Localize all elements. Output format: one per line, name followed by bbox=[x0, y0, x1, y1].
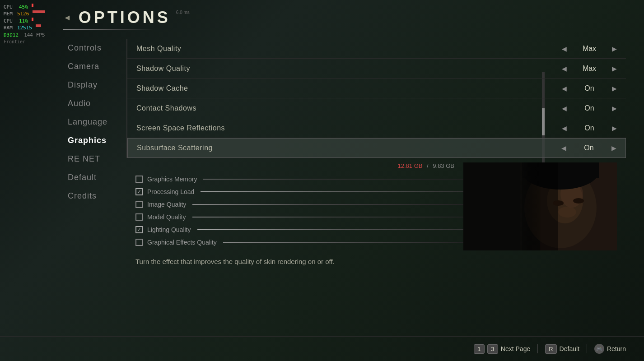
bottom-nav: 1 3 Next Page R Default 🎮 Return bbox=[0, 336, 644, 361]
sidebar-item-graphics[interactable]: Graphics bbox=[68, 131, 126, 150]
checkbox-row-processing-load[interactable]: Processing Load bbox=[135, 185, 463, 198]
setting-right-arrow-screen-space-reflections[interactable]: ▶ bbox=[612, 125, 617, 132]
settings-list: Mesh Quality ◀ Max ▶ Shadow Quality ◀ Ma… bbox=[126, 39, 626, 158]
return-btn[interactable]: 🎮 Return bbox=[594, 344, 626, 354]
checkbox-graphical-effects-quality[interactable] bbox=[135, 239, 143, 246]
character-face bbox=[463, 162, 617, 250]
page-title: OPTIONS bbox=[79, 8, 171, 27]
setting-row-shadow-cache[interactable]: Shadow Cache ◀ On ▶ bbox=[127, 79, 626, 98]
setting-value-subsurface-scattering: On bbox=[575, 144, 602, 152]
checkbox-bar-image-quality bbox=[192, 204, 463, 205]
hud-gpu-val: 45% bbox=[19, 4, 28, 10]
setting-name-screen-space-reflections: Screen Space Reflections bbox=[136, 124, 562, 132]
memory-used: 12.81 GB bbox=[398, 162, 423, 169]
checkbox-bar-processing-load bbox=[201, 191, 463, 192]
settings-panel: Mesh Quality ◀ Max ▶ Shadow Quality ◀ Ma… bbox=[126, 39, 644, 336]
memory-header: 12.81 GB / 9.83 GB bbox=[135, 162, 463, 169]
hud-cpu-val: 11% bbox=[19, 18, 28, 24]
checkbox-row-graphical-effects-quality[interactable]: Graphical Effects Quality bbox=[135, 236, 463, 249]
hud-d3-label: D3D12 bbox=[4, 32, 19, 38]
hud-ram-val: 12515 bbox=[17, 24, 32, 31]
setting-left-arrow-mesh-quality[interactable]: ◀ bbox=[562, 45, 567, 52]
checkbox-processing-load[interactable] bbox=[135, 188, 143, 195]
default-key[interactable]: R bbox=[545, 344, 556, 354]
checkbox-label-image-quality: Image Quality bbox=[147, 201, 186, 208]
setting-row-mesh-quality[interactable]: Mesh Quality ◀ Max ▶ bbox=[127, 39, 626, 59]
hud-cpu-label: CPU bbox=[4, 18, 13, 24]
preview-panel bbox=[463, 162, 626, 250]
checkbox-row-lighting-quality[interactable]: Lighting Quality bbox=[135, 223, 463, 236]
hud-app-name: Frontier bbox=[4, 39, 45, 45]
default-label: Default bbox=[560, 345, 579, 352]
svg-point-10 bbox=[573, 198, 584, 204]
nav-separator-1 bbox=[537, 344, 538, 353]
sidebar-item-credits[interactable]: Credits bbox=[68, 187, 126, 205]
sidebar: Controls Camera Display Audio Language G… bbox=[0, 39, 126, 336]
hud-mem-label: MEM bbox=[4, 10, 13, 17]
checkbox-model-quality[interactable] bbox=[135, 213, 143, 221]
preview-image bbox=[463, 162, 617, 250]
character-svg bbox=[463, 162, 617, 250]
setting-value-contact-shadows: On bbox=[576, 104, 603, 112]
description-text: Turn the effect that improves the qualit… bbox=[135, 258, 335, 265]
checkboxes-panel: 12.81 GB / 9.83 GB Graphics Memory Proce… bbox=[126, 162, 463, 250]
hud-fps: 144 FPS bbox=[24, 32, 45, 38]
setting-right-arrow-subsurface-scattering[interactable]: ▶ bbox=[611, 144, 616, 152]
default-btn[interactable]: R Default bbox=[545, 344, 579, 354]
setting-row-contact-shadows[interactable]: Contact Shadows ◀ On ▶ bbox=[127, 98, 626, 118]
description-area: Turn the effect that improves the qualit… bbox=[126, 250, 443, 265]
sidebar-item-re-net[interactable]: RE NET bbox=[68, 150, 126, 168]
checkbox-bar-model-quality bbox=[192, 217, 463, 218]
setting-left-arrow-screen-space-reflections[interactable]: ◀ bbox=[562, 125, 567, 132]
checkbox-bar-lighting-quality bbox=[197, 229, 463, 230]
lower-section: 12.81 GB / 9.83 GB Graphics Memory Proce… bbox=[126, 162, 626, 250]
setting-row-subsurface-scattering[interactable]: Subsurface Scattering ◀ On ▶ bbox=[127, 138, 626, 158]
setting-name-contact-shadows: Contact Shadows bbox=[136, 104, 562, 112]
setting-left-arrow-shadow-quality[interactable]: ◀ bbox=[562, 65, 567, 72]
checkbox-label-model-quality: Model Quality bbox=[147, 213, 186, 221]
setting-right-arrow-mesh-quality[interactable]: ▶ bbox=[612, 45, 617, 52]
checkbox-label-lighting-quality: Lighting Quality bbox=[147, 226, 191, 233]
next-page-btn[interactable]: 1 3 Next Page bbox=[474, 344, 530, 354]
checkbox-graphics-memory[interactable] bbox=[135, 176, 143, 183]
back-arrow-icon[interactable]: ◄ bbox=[63, 13, 71, 23]
hud-ram-label: RAM bbox=[4, 24, 13, 31]
setting-right-arrow-contact-shadows[interactable]: ▶ bbox=[612, 105, 617, 112]
sidebar-item-display[interactable]: Display bbox=[68, 76, 126, 94]
hud-overlay: GPU 45% MEM 5126 CPU 11% RAM 12515 D3D12… bbox=[4, 4, 45, 45]
setting-name-subsurface-scattering: Subsurface Scattering bbox=[137, 144, 561, 152]
checkbox-row-image-quality[interactable]: Image Quality bbox=[135, 198, 463, 211]
svg-rect-12 bbox=[463, 162, 520, 250]
checkbox-lighting-quality[interactable] bbox=[135, 226, 143, 233]
checkbox-bar-graphical-effects-quality bbox=[223, 242, 463, 243]
sidebar-item-default[interactable]: Default bbox=[68, 168, 126, 187]
memory-total: 9.83 GB bbox=[433, 162, 454, 169]
checkbox-label-graphics-memory: Graphics Memory bbox=[147, 176, 197, 183]
return-label: Return bbox=[607, 345, 626, 352]
next-page-key1[interactable]: 1 bbox=[474, 344, 485, 354]
sidebar-item-camera[interactable]: Camera bbox=[68, 57, 126, 76]
sidebar-item-language[interactable]: Language bbox=[68, 113, 126, 131]
svg-point-11 bbox=[558, 207, 576, 218]
sidebar-item-audio[interactable]: Audio bbox=[68, 94, 126, 113]
checkbox-row-graphics-memory[interactable]: Graphics Memory bbox=[135, 173, 463, 185]
setting-left-arrow-contact-shadows[interactable]: ◀ bbox=[562, 105, 567, 112]
setting-value-mesh-quality: Max bbox=[576, 45, 603, 53]
setting-left-arrow-shadow-cache[interactable]: ◀ bbox=[562, 85, 567, 92]
setting-value-shadow-cache: On bbox=[576, 84, 603, 93]
hud-gpu-label: GPU bbox=[4, 4, 13, 10]
checkbox-image-quality[interactable] bbox=[135, 201, 143, 208]
checkbox-row-model-quality[interactable]: Model Quality bbox=[135, 211, 463, 223]
nav-separator-2 bbox=[587, 344, 587, 353]
controller-icon: 🎮 bbox=[594, 344, 604, 354]
hud-mem-val: 5126 bbox=[17, 10, 29, 17]
setting-name-shadow-quality: Shadow Quality bbox=[136, 65, 562, 73]
setting-row-screen-space-reflections[interactable]: Screen Space Reflections ◀ On ▶ bbox=[127, 118, 626, 138]
setting-right-arrow-shadow-quality[interactable]: ▶ bbox=[612, 65, 617, 72]
setting-row-shadow-quality[interactable]: Shadow Quality ◀ Max ▶ bbox=[127, 59, 626, 79]
sidebar-item-controls[interactable]: Controls bbox=[68, 39, 126, 57]
setting-left-arrow-subsurface-scattering[interactable]: ◀ bbox=[561, 144, 566, 152]
next-page-key2[interactable]: 3 bbox=[487, 344, 498, 354]
setting-value-shadow-quality: Max bbox=[576, 65, 603, 73]
setting-right-arrow-shadow-cache[interactable]: ▶ bbox=[612, 85, 617, 92]
